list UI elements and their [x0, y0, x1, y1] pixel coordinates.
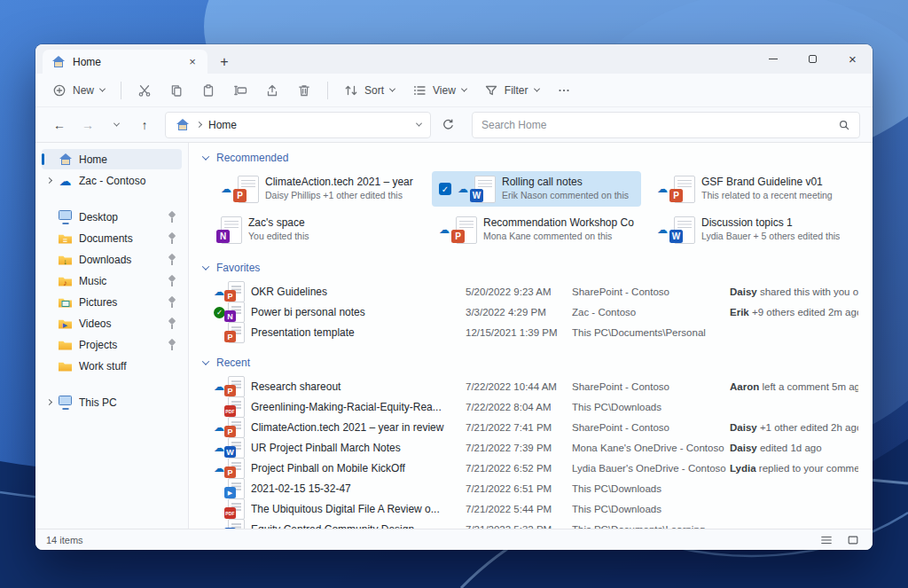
new-button[interactable]: New [44, 77, 113, 103]
file-name: Presentation template [251, 326, 466, 339]
file-row[interactable]: Power bi personal notes 3/3/2022 4:29 PM… [214, 302, 858, 322]
file-activity: Lydia Bauer + 5 others edited this [701, 231, 840, 243]
file-type-icon [228, 322, 245, 343]
close-button[interactable] [833, 44, 873, 74]
up-button[interactable] [133, 114, 156, 137]
address-dropdown-icon[interactable] [416, 121, 422, 127]
file-activity: This related to a recent meeting [701, 190, 833, 202]
breadcrumb[interactable]: Home [165, 112, 431, 138]
rename-button[interactable] [225, 77, 255, 103]
items-count: 14 items [46, 535, 83, 545]
file-activity: Daisy edited 1d ago [730, 443, 858, 453]
sidebar-item[interactable]: Downloads [42, 249, 182, 270]
sidebar-item[interactable]: Documents [42, 228, 182, 248]
sidebar-item-label: Downloads [79, 254, 161, 266]
sidebar-item-label: Videos [79, 318, 161, 330]
recent-locations-button[interactable] [105, 114, 128, 137]
collapse-chevron-icon[interactable] [202, 357, 209, 365]
file-card[interactable]: Zac's space You edited this [214, 212, 423, 247]
see-more-button[interactable] [549, 77, 579, 103]
sidebar-item[interactable]: Projects [42, 334, 182, 355]
file-card-text: Zac's space You edited this [248, 216, 309, 242]
cut-button[interactable] [129, 77, 160, 103]
tab-bar: Home [35, 44, 873, 74]
file-type-icon [228, 458, 245, 479]
file-row[interactable]: The Ubiquitous Digital File A Review o..… [214, 498, 858, 519]
copy-button[interactable] [161, 77, 192, 103]
collapse-chevron-icon[interactable] [202, 263, 209, 270]
view-icon [412, 83, 427, 98]
forward-button[interactable] [76, 114, 99, 137]
search-input[interactable] [481, 119, 838, 131]
file-activity: Daisy shared this with you on May 9 [730, 286, 858, 297]
file-explorer-window: Home New [35, 44, 873, 550]
sidebar-item[interactable]: This PC [42, 392, 182, 412]
files-pane: Recommended ClimateAction.tech 2021 – ye… [188, 143, 873, 529]
back-button[interactable] [48, 114, 71, 137]
chevron-down-icon [461, 86, 467, 92]
sidebar-item[interactable]: Desktop [42, 207, 182, 227]
activity-actor: Daisy [730, 422, 757, 433]
file-card[interactable]: GSF Brand Guideline v01 This related to … [650, 171, 859, 207]
file-location: Mona Kane's OneDrive - Contoso [572, 443, 730, 453]
section-recommended-header[interactable]: Recommended [203, 150, 858, 166]
command-bar: New Sort [35, 74, 873, 107]
sidebar-item-label: Projects [79, 339, 161, 351]
minimize-button[interactable] [753, 44, 793, 74]
file-row[interactable]: Presentation template 12/15/2021 1:39 PM… [214, 322, 858, 342]
sort-button[interactable]: Sort [336, 77, 403, 103]
tab-home[interactable]: Home [43, 50, 207, 74]
file-card[interactable]: Rolling call notes Erik Nason commented … [432, 171, 641, 207]
filter-button[interactable]: Filter [476, 77, 547, 103]
file-card[interactable]: Recommendation Workshop Content Mona Kan… [432, 212, 641, 247]
expand-chevron-icon[interactable] [46, 399, 52, 405]
sidebar-item-icon [58, 295, 73, 310]
trash-icon [297, 83, 311, 98]
sidebar-item[interactable]: Videos [42, 313, 182, 333]
file-card[interactable]: ClimateAction.tech 2021 – year in... Dai… [214, 171, 423, 207]
file-location: This PC\Downloads [572, 402, 730, 412]
file-row[interactable]: 2021-02-15 15-32-47 7/21/2022 6:51 PM Th… [214, 478, 858, 498]
sidebar-item[interactable]: Music [42, 270, 182, 291]
collapse-chevron-icon[interactable] [202, 153, 209, 160]
activity-text: +9 others edited 2m ago [749, 307, 858, 318]
recommended-grid: ClimateAction.tech 2021 – year in... Dai… [214, 171, 858, 247]
sidebar-item[interactable]: Pictures [42, 292, 182, 312]
file-card[interactable]: Discussion topics 1 Lydia Bauer + 5 othe… [650, 212, 859, 247]
sidebar-item-label: This PC [79, 396, 176, 409]
file-date: 7/21/2022 7:41 PM [466, 422, 572, 433]
file-row[interactable]: Project Pinball on Mobile KickOff 7/21/2… [214, 458, 858, 478]
file-row[interactable]: ClimateAction.tech 2021 – year in review… [214, 417, 858, 437]
file-name: Rolling call notes [502, 176, 629, 190]
navigation-list: Home Zac - Contoso [35, 149, 188, 412]
section-favorites-header[interactable]: Favorites [203, 260, 858, 276]
checkbox-icon[interactable] [439, 183, 451, 195]
section-recent-header[interactable]: Recent [203, 355, 858, 371]
sidebar-item[interactable]: Zac - Contoso [42, 170, 182, 191]
sidebar-item[interactable]: Work stuff [42, 356, 182, 376]
sort-button-label: Sort [364, 84, 384, 97]
new-tab-button[interactable] [213, 51, 236, 74]
file-row[interactable]: Equity Centred Community Design 7/21/202… [214, 519, 858, 529]
sidebar-item[interactable]: Home [42, 149, 182, 169]
search-box[interactable] [472, 112, 860, 138]
pin-icon [168, 318, 176, 329]
refresh-button[interactable] [436, 114, 459, 137]
share-button[interactable] [257, 77, 287, 103]
details-view-button[interactable] [818, 532, 835, 548]
maximize-button[interactable] [793, 44, 833, 74]
paste-button[interactable] [193, 77, 223, 103]
tab-close-icon[interactable] [185, 55, 200, 69]
file-row[interactable]: OKR Guidelines 5/20/2022 9:23 AM SharePo… [214, 281, 858, 302]
file-row[interactable]: Greenlining-Making-Racial-Equity-Rea... … [214, 396, 858, 417]
breadcrumb-item-home[interactable]: Home [208, 119, 237, 131]
file-row[interactable]: Research shareout 7/22/2022 10:44 AM Sha… [214, 376, 858, 396]
file-row[interactable]: UR Project Pinball March Notes 7/21/2022… [214, 437, 858, 458]
delete-button[interactable] [289, 77, 319, 103]
activity-text: +1 other edited 2h ago [757, 422, 858, 433]
file-activity: Daisy Phillips +1 other edited this [265, 190, 416, 202]
view-button[interactable]: View [404, 77, 474, 103]
expand-chevron-icon[interactable] [46, 177, 52, 184]
file-card-text: Discussion topics 1 Lydia Bauer + 5 othe… [701, 216, 840, 242]
large-thumbnails-button[interactable] [844, 532, 862, 548]
